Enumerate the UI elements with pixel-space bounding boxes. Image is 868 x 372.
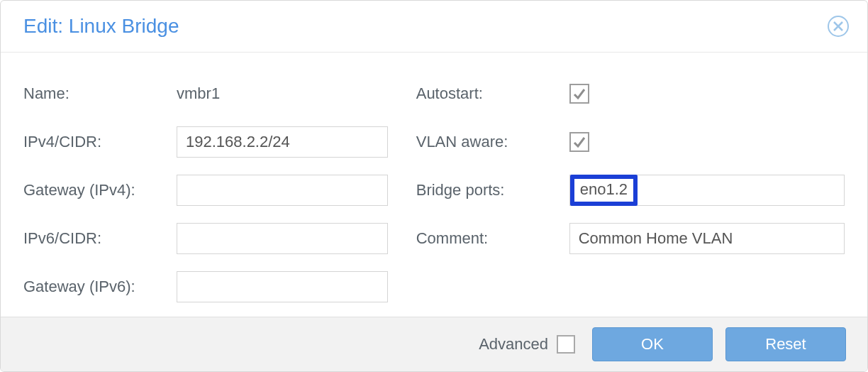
ipv4-input[interactable] [177,126,388,158]
ipv6-label: IPv6/CIDR: [23,229,177,248]
gateway-ipv6-label: Gateway (IPv6): [23,278,177,296]
ipv6-row: IPv6/CIDR: [23,223,388,254]
ok-button[interactable]: OK [592,327,713,361]
gateway-ipv4-input[interactable] [177,175,388,206]
name-row: Name: vmbr1 [23,78,388,109]
name-label: Name: [23,84,177,103]
vlan-aware-row: VLAN aware: [416,126,845,158]
autostart-checkbox[interactable] [569,84,589,104]
dialog-titlebar: Edit: Linux Bridge [1,1,867,53]
advanced-label: Advanced [479,335,548,354]
ipv6-input[interactable] [177,223,388,254]
autostart-row: Autostart: [416,78,845,109]
gateway-ipv6-input[interactable] [177,271,388,302]
dialog-title: Edit: Linux Bridge [23,15,179,38]
ipv4-row: IPv4/CIDR: [23,126,388,158]
bridge-ports-highlight: eno1.2 [570,175,638,206]
gateway-ipv4-label: Gateway (IPv4): [23,181,177,199]
gateway-ipv6-row: Gateway (IPv6): [23,271,388,302]
bridge-ports-field[interactable]: eno1.2 [569,175,845,206]
vlan-aware-label: VLAN aware: [416,133,569,151]
autostart-label: Autostart: [416,84,569,103]
left-column: Name: vmbr1 IPv4/CIDR: Gateway (IPv4): I… [23,78,388,302]
dialog-body: Name: vmbr1 IPv4/CIDR: Gateway (IPv4): I… [1,53,867,317]
comment-input[interactable] [569,223,845,254]
edit-linux-bridge-dialog: Edit: Linux Bridge Name: vmbr1 IPv4/CIDR… [0,0,868,372]
reset-button[interactable]: Reset [725,327,846,361]
bridge-ports-row: Bridge ports: eno1.2 [416,175,845,206]
bridge-ports-input-extra[interactable] [638,175,844,205]
ipv4-label: IPv4/CIDR: [23,133,177,151]
advanced-toggle: Advanced [479,335,575,354]
bridge-ports-value: eno1.2 [580,180,628,199]
bridge-ports-label: Bridge ports: [416,181,569,199]
vlan-aware-checkbox[interactable] [569,132,589,152]
advanced-checkbox[interactable] [557,335,575,354]
comment-row: Comment: [416,223,845,254]
check-icon [572,135,586,149]
right-column: Autostart: VLAN aware: Bridge ports: [416,78,845,302]
close-button[interactable] [828,16,849,37]
close-icon [833,21,844,32]
gateway-ipv4-row: Gateway (IPv4): [23,175,388,206]
dialog-footer: Advanced OK Reset [1,317,867,371]
comment-label: Comment: [416,229,569,248]
name-value: vmbr1 [177,84,388,103]
check-icon [572,87,586,101]
